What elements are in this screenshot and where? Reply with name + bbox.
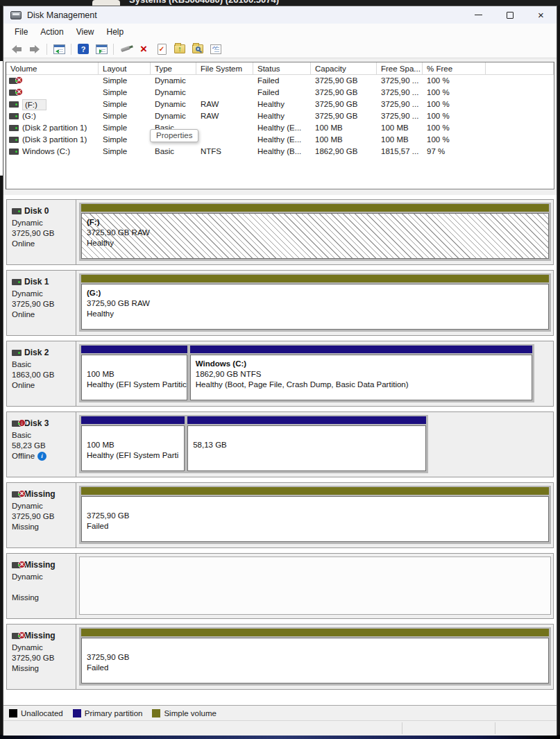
cell-volume: (Disk 2 partition 1) [22, 122, 87, 134]
disk-name: Disk 3 [24, 418, 49, 429]
disk-label[interactable]: Disk 1 Dynamic 3725,90 GB Online [7, 271, 76, 335]
folder-explore-icon[interactable] [190, 42, 205, 56]
delete-volume-icon[interactable]: × [136, 42, 151, 56]
disk-type: Basic [12, 359, 73, 370]
minimize-button[interactable] [463, 6, 494, 24]
disk-icon [9, 101, 19, 108]
col-pct-free[interactable]: % Free [423, 62, 486, 74]
disk-error-icon: ✕ [9, 78, 19, 84]
disk-label[interactable]: ✕Missing Dynamic 3725,90 GB Missing [7, 625, 76, 689]
disk-type: Dynamic [12, 501, 73, 511]
cell-pct-free: 100 % [423, 99, 486, 110]
action-pane-icon[interactable] [94, 42, 109, 56]
partition-size: 100 MB [87, 369, 187, 380]
partition-status: Healthy (EFI System Parti [87, 450, 184, 461]
table-row[interactable]: ✕ Simple Dynamic Failed 3725,90 GB 3725,… [6, 87, 554, 99]
col-volume[interactable]: Volume [6, 62, 99, 74]
col-file-system[interactable]: File System [196, 62, 253, 74]
folder-open-icon[interactable]: ↑ [172, 42, 187, 56]
info-icon[interactable]: i [37, 452, 46, 461]
properties-checklist-icon[interactable] [208, 42, 223, 56]
statusbar-separator [495, 722, 495, 734]
partition-efi[interactable]: 100 MB Healthy (EFI System Parti [81, 416, 185, 471]
close-button[interactable]: × [525, 6, 557, 24]
window-title: Disk Management [27, 10, 97, 20]
disk-icon [9, 113, 19, 119]
disk-label[interactable]: ↓Disk 3 Basic 58,23 GB Offlinei [7, 412, 76, 477]
splitter[interactable] [3, 189, 557, 195]
col-layout[interactable]: Layout [99, 62, 151, 74]
partition-status: Healthy [87, 238, 548, 248]
partition-name [87, 500, 548, 511]
graphical-view: Disk 0 Dynamic 3725,90 GB Online (F:) 37… [3, 195, 557, 705]
disk-state: Offline [12, 451, 35, 461]
menu-view[interactable]: View [70, 25, 101, 39]
disk-name: Disk 1 [24, 277, 49, 287]
disk-graphic: 3725,90 GB Failed [76, 483, 553, 547]
table-row[interactable]: (G:) Simple Dynamic RAW Healthy 3725,90 … [6, 110, 554, 122]
partition-unnamed[interactable]: 58,13 GB [187, 416, 426, 471]
col-type[interactable]: Type [151, 62, 196, 74]
disk-error-icon: ✕ [12, 562, 22, 568]
cell-pct-free: 100 % [423, 122, 486, 134]
partition-size: 3725,90 GB [87, 511, 548, 521]
table-row[interactable]: (Disk 3 partition 1) Simple Basic Health… [6, 134, 554, 146]
partition-size: 3725,90 GB [87, 652, 548, 663]
partition-failed[interactable]: 3725,90 GB Failed [81, 487, 549, 542]
cell-status: Healthy [253, 99, 311, 110]
table-row[interactable]: ✕ Simple Dynamic Failed 3725,90 GB 3725,… [6, 75, 554, 87]
disk-label[interactable]: Disk 2 Basic 1863,00 GB Online [7, 341, 76, 406]
unallocated-swatch [9, 709, 17, 717]
cell-type: Basic [151, 146, 196, 158]
partition-efi[interactable]: 100 MB Healthy (EFI System Partitic [81, 346, 187, 400]
disk-name: Missing [24, 631, 56, 641]
screwdriver-tool-icon[interactable] [118, 42, 133, 56]
check-document-icon[interactable]: ✓ [154, 42, 169, 56]
disk-label[interactable]: Disk 0 Dynamic 3725,90 GB Online [7, 200, 76, 264]
partition-windows-c[interactable]: Windows (C:) 1862,90 GB NTFS Healthy (Bo… [190, 346, 532, 400]
disk-type: Dynamic [12, 289, 73, 299]
table-row-selected[interactable]: (F:) Simple Dynamic RAW Healthy 3725,90 … [6, 99, 554, 110]
table-row[interactable]: (Disk 2 partition 1) Simple Basic Health… [6, 122, 554, 134]
titlebar: Disk Management × [3, 6, 557, 24]
cell-capacity: 3725,90 GB [311, 75, 377, 87]
col-capacity[interactable]: Capacity [311, 62, 377, 74]
disk-name: Disk 0 [24, 206, 49, 216]
cell-volume: Windows (C:) [22, 146, 70, 158]
forward-icon[interactable] [27, 42, 42, 56]
cell-volume: (G:) [22, 110, 36, 122]
cell-pct-free: 100 % [423, 134, 486, 146]
legend-simple-volume: Simple volume [152, 709, 216, 717]
col-filler [486, 62, 554, 74]
cell-type: Dynamic [151, 110, 196, 122]
col-free-space[interactable]: Free Spa... [377, 62, 423, 74]
table-row[interactable]: Windows (C:) Simple Basic NTFS Healthy (… [6, 146, 554, 158]
help-icon[interactable]: ? [76, 42, 91, 56]
menu-file[interactable]: File [8, 25, 34, 39]
disk-graphic: 100 MB Healthy (EFI System Parti 58,13 G… [76, 412, 553, 477]
menu-action[interactable]: Action [34, 25, 69, 39]
back-icon[interactable] [9, 42, 24, 56]
disk-size [12, 582, 73, 593]
console-tree-icon[interactable] [51, 42, 67, 56]
menu-help[interactable]: Help [101, 25, 130, 39]
legend: Unallocated Primary partition Simple vol… [3, 705, 557, 720]
disk-icon [12, 208, 22, 214]
partition-name: (G:) [87, 288, 548, 298]
partition-g[interactable]: (G:) 3725,90 GB RAW Healthy [81, 275, 549, 330]
primary-partition-bar [190, 346, 532, 353]
disk-icon [12, 279, 22, 285]
disk-label[interactable]: ✕Missing Dynamic 3725,90 GB Missing [7, 483, 76, 547]
disk-label[interactable]: ✕Missing Dynamic Missing [7, 554, 76, 618]
partition-f[interactable]: (F:) 3725,90 GB RAW Healthy [81, 204, 549, 259]
cell-file-system: RAW [196, 99, 253, 110]
simple-volume-bar [81, 629, 549, 636]
maximize-button[interactable] [494, 6, 525, 24]
disk-panel-missing-3: ✕Missing Dynamic 3725,90 GB Missing 3725… [6, 624, 554, 690]
disk-error-icon: ✕ [12, 633, 22, 639]
cell-status: Healthy [253, 110, 311, 122]
cell-file-system [196, 122, 253, 134]
col-status[interactable]: Status [253, 62, 311, 74]
disk-size: 3725,90 GB [12, 653, 73, 663]
partition-failed[interactable]: 3725,90 GB Failed [81, 629, 549, 683]
